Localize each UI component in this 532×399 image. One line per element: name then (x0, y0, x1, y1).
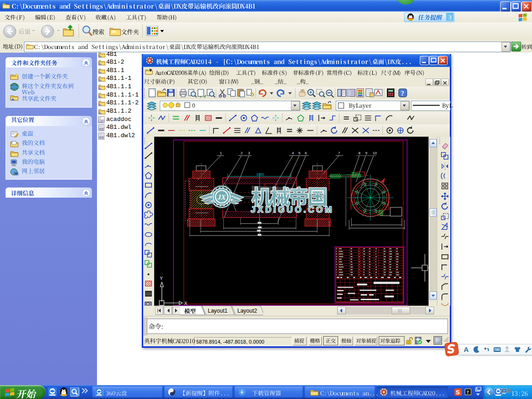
svg-text:Y: Y (160, 276, 163, 281)
svg-text:7: 7 (338, 151, 340, 155)
svg-text:?: ? (466, 389, 469, 395)
svg-text:1000: 1000 (256, 172, 264, 176)
svg-text:?: ? (401, 90, 405, 97)
svg-text:JX: JX (217, 193, 226, 201)
svg-text:6: 6 (305, 151, 307, 155)
svg-text:5: 5 (298, 151, 301, 155)
svg-text:A: A (464, 345, 469, 353)
svg-text:Layout1: Layout1 (208, 308, 228, 314)
svg-text:JXDIGUO.COM: JXDIGUO.COM (251, 205, 332, 214)
svg-text:X: X (184, 301, 187, 306)
svg-text:3: 3 (248, 151, 250, 155)
svg-text:9: 9 (365, 151, 368, 155)
svg-text:2: 2 (241, 151, 243, 155)
svg-text:LSP: LSP (99, 120, 103, 123)
svg-text:8: 8 (358, 151, 361, 155)
svg-text:10: 10 (373, 151, 377, 155)
svg-text:1: 1 (220, 151, 222, 155)
svg-text:S: S (456, 389, 460, 396)
svg-text:4: 4 (292, 151, 294, 155)
svg-text:Layout2: Layout2 (237, 308, 257, 314)
